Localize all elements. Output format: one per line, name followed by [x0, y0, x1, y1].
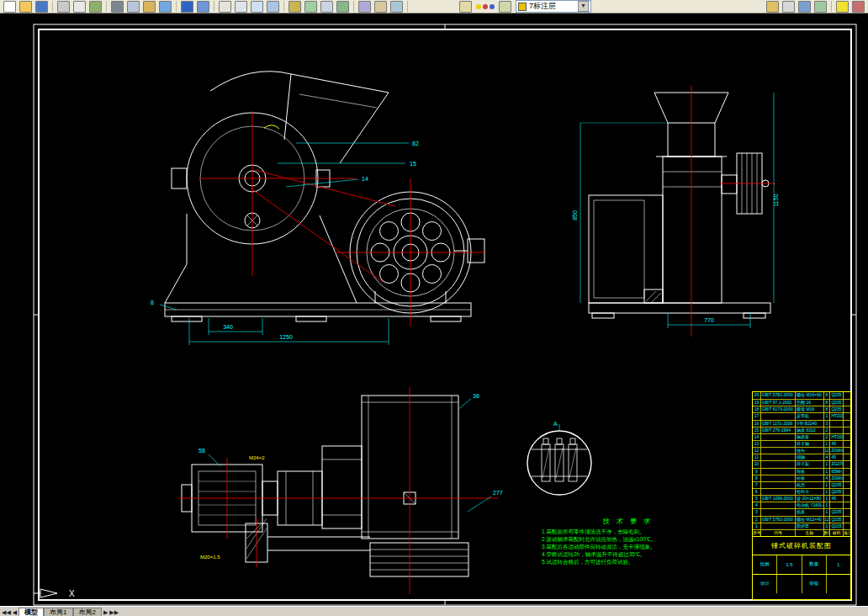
- toolbar-separator: [353, 1, 354, 12]
- bom-item-row: 1防护罩1Q215: [753, 523, 850, 529]
- copy-icon[interactable]: [127, 1, 140, 13]
- side-dimensions: [580, 93, 774, 328]
- bom-cell-code: [761, 502, 796, 508]
- bom-cell-note: [844, 502, 850, 508]
- bom-cell-code: [761, 469, 796, 475]
- toolbar-separator: [52, 1, 53, 12]
- bom-cell-name: 垫圈 16: [796, 400, 823, 406]
- note-line: 4.空载试运转2h，轴承温升不得超过35℃。: [542, 550, 714, 558]
- bom-cell-note: [844, 406, 850, 412]
- bom-cell-note: [844, 400, 850, 406]
- pan-icon[interactable]: [219, 1, 231, 13]
- bom-cell-qty: 4: [824, 454, 831, 460]
- title-block-row: 设计审核: [753, 574, 850, 593]
- text-style-icon[interactable]: [798, 1, 811, 13]
- plot-preview-icon[interactable]: [73, 1, 86, 13]
- leader-label: 277: [493, 490, 503, 496]
- bom-cell-code: [761, 434, 796, 440]
- bom-cell-mat: Q235: [830, 482, 844, 488]
- title-block-name-row: 锤式破碎机装配图: [753, 536, 850, 555]
- plan-view: 36 58 277 M24×2 M20×1.5: [178, 387, 503, 594]
- bom-cell-code: GB/T 1096-2003: [761, 496, 796, 502]
- bom-cell-name: 螺栓 M12×40: [796, 517, 823, 523]
- leader-label: 36: [473, 393, 479, 399]
- bom-cell-no: 18: [753, 406, 761, 412]
- bom-cell-name: 键 20×12×80: [796, 496, 823, 502]
- layer-states-icon[interactable]: [475, 4, 495, 9]
- bom-item-row: 20GB/T 5782-2000螺栓 M16×608Q235: [753, 392, 850, 399]
- save-icon[interactable]: [35, 1, 48, 13]
- qnew-icon[interactable]: [3, 1, 16, 13]
- bom-cell-code: [761, 413, 796, 419]
- bom-cell-mat: Q235: [830, 489, 844, 495]
- bom-cell-name: 转子架: [796, 461, 823, 467]
- paste-icon[interactable]: [143, 1, 156, 13]
- bom-cell-no: 6: [753, 489, 761, 495]
- redo-icon[interactable]: [197, 1, 209, 13]
- bom-cell-note: [844, 441, 850, 447]
- front-view: 82 15 14 8 340 1250: [151, 72, 486, 345]
- named-views-icon[interactable]: [320, 1, 333, 13]
- bom-cell-mat: Q235: [830, 406, 844, 412]
- layer-previous-icon[interactable]: [499, 1, 511, 13]
- tab-布局2[interactable]: 布局2: [73, 608, 102, 616]
- bom-cell-qty: 12: [824, 517, 831, 523]
- bom-item-row: 6给料斗1Q235: [753, 488, 850, 495]
- chevron-down-icon[interactable]: ▼: [578, 1, 589, 12]
- standards-icon[interactable]: [766, 1, 779, 13]
- redraw-icon[interactable]: [304, 1, 317, 13]
- bom-cell-note: [844, 509, 850, 515]
- layer-properties-icon[interactable]: [459, 1, 472, 13]
- undo-icon[interactable]: [181, 1, 193, 13]
- open-icon[interactable]: [19, 1, 32, 13]
- match-properties-icon[interactable]: [159, 1, 172, 13]
- bom-table: 20GB/T 5782-2000螺栓 M16×608Q23519GB/T 97.…: [752, 391, 851, 600]
- layer-combo[interactable]: 7标注层▼: [516, 0, 591, 13]
- title-block-cell: [777, 575, 802, 593]
- distance-icon[interactable]: [288, 1, 301, 13]
- tab-scroll-right[interactable]: ▶ ▶▶: [102, 608, 120, 616]
- dim-label: 1250: [279, 334, 293, 340]
- bom-cell-name: 机壳: [796, 482, 823, 488]
- title-block-cell: 数量: [802, 555, 827, 574]
- zoom-realtime-icon[interactable]: [235, 1, 247, 13]
- bom-cell-code: [761, 523, 796, 529]
- dim-label: 1150: [773, 194, 779, 206]
- zoom-previous-icon[interactable]: [267, 1, 279, 13]
- bom-cell-code: 代号: [761, 530, 796, 536]
- table-style-icon[interactable]: [814, 1, 827, 13]
- dim-label: 82: [412, 141, 419, 146]
- bom-cell-note: [844, 469, 850, 475]
- tab-布局1[interactable]: 布局1: [44, 608, 72, 616]
- erase-icon[interactable]: [852, 1, 865, 13]
- properties-icon[interactable]: [358, 1, 371, 13]
- bom-cell-qty: 1: [824, 461, 831, 467]
- bom-cell-note: [844, 496, 850, 502]
- bom-cell-code: GB/T 6170-2000: [761, 406, 796, 412]
- zoom-window-icon[interactable]: [251, 1, 263, 13]
- bom-item-row: 17皮带轮1HT200: [753, 412, 850, 419]
- pencil-icon[interactable]: [836, 1, 849, 13]
- bom-item-row: 15GB/T 276-1994轴承 63122: [753, 427, 850, 433]
- designcenter-icon[interactable]: [374, 1, 387, 13]
- thread-label: M20×1.5: [200, 555, 220, 560]
- bom-cell-no: 10: [753, 461, 761, 467]
- bom-cell-mat: [830, 502, 844, 508]
- plot-icon[interactable]: [57, 1, 70, 13]
- tab-scroll-left[interactable]: ◀◀ ◀: [0, 608, 19, 616]
- note-line: 1.装配前所有零件须清洗干净，去除毛刺。: [542, 528, 714, 535]
- drawing-sheet: 82 15 14 8 340 1250: [0, 13, 868, 606]
- cad-drawing-canvas[interactable]: 82 15 14 8 340 1250: [0, 13, 868, 606]
- tool-palettes-icon[interactable]: [390, 1, 403, 13]
- bom-cell-no: 1: [753, 523, 761, 529]
- 3d-orbit-icon[interactable]: [336, 1, 349, 13]
- bom-cell-qty: 1: [824, 509, 831, 515]
- side-centerlines: [691, 86, 775, 337]
- dim-style-icon[interactable]: [782, 1, 795, 13]
- bom-cell-qty: 2: [824, 434, 831, 440]
- cut-icon[interactable]: [111, 1, 124, 13]
- bom-cell-mat: [830, 421, 844, 427]
- publish-icon[interactable]: [89, 1, 102, 13]
- tab-模型[interactable]: 模型: [19, 608, 44, 616]
- bom-cell-mat: ZGMn13: [830, 448, 844, 454]
